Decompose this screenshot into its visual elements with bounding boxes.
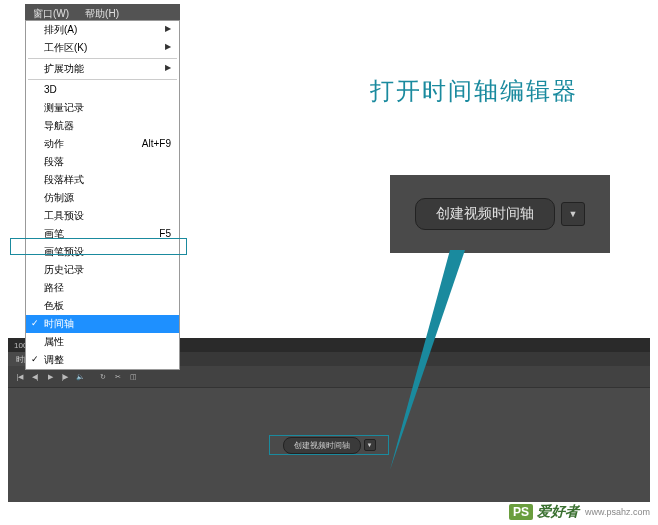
- menu-color[interactable]: 色板: [26, 297, 179, 315]
- menu-arrange[interactable]: 排列(A)▶: [26, 21, 179, 39]
- menu-3d[interactable]: 3D: [26, 81, 179, 99]
- prev-frame-icon[interactable]: ◀|: [29, 371, 41, 383]
- menu-actions[interactable]: 动作Alt+F9: [26, 135, 179, 153]
- menu-history[interactable]: 历史记录: [26, 261, 179, 279]
- watermark-url: www.psahz.com: [585, 507, 650, 517]
- menu-timeline[interactable]: ✓时间轴: [26, 315, 179, 333]
- watermark: PS 爱好者 www.psahz.com: [509, 503, 650, 521]
- menu-navigator[interactable]: 导航器: [26, 117, 179, 135]
- first-frame-icon[interactable]: |◀: [14, 371, 26, 383]
- check-icon: ✓: [31, 353, 39, 366]
- submenu-arrow-icon: ▶: [165, 62, 171, 76]
- menu-paths[interactable]: 路径: [26, 279, 179, 297]
- annotation-text: 打开时间轴编辑器: [370, 75, 578, 107]
- menu-properties[interactable]: 属性: [26, 333, 179, 351]
- check-icon: ✓: [31, 317, 39, 330]
- watermark-logo: PS: [509, 504, 533, 520]
- create-video-timeline-button[interactable]: 创建视频时间轴: [415, 198, 555, 230]
- menu-workspace[interactable]: 工作区(K)▶: [26, 39, 179, 57]
- play-icon[interactable]: ▶: [44, 371, 56, 383]
- menu-adjustments[interactable]: ✓调整: [26, 351, 179, 369]
- submenu-arrow-icon: ▶: [165, 23, 171, 37]
- shortcut-label: Alt+F9: [142, 137, 171, 151]
- timeline-body: 创建视频时间轴 ▼: [8, 388, 650, 502]
- scissors-icon[interactable]: ✂: [112, 371, 124, 383]
- watermark-text: 爱好者: [537, 503, 579, 521]
- menu-measurement[interactable]: 测量记录: [26, 99, 179, 117]
- menu-tool-presets[interactable]: 工具预设: [26, 207, 179, 225]
- highlight-create-button: [269, 435, 389, 455]
- highlight-timeline-menu: [10, 238, 187, 255]
- menu-paragraph[interactable]: 段落: [26, 153, 179, 171]
- menu-separator: [28, 79, 177, 80]
- window-dropdown: 排列(A)▶ 工作区(K)▶ 扩展功能▶ 3D 测量记录 导航器 动作Alt+F…: [25, 20, 180, 370]
- audio-icon[interactable]: 🔈: [74, 371, 86, 383]
- menu-paragraph-styles[interactable]: 段落样式: [26, 171, 179, 189]
- timeline-type-dropdown[interactable]: ▼: [561, 202, 585, 226]
- loop-icon[interactable]: ↻: [97, 371, 109, 383]
- transition-icon[interactable]: ◫: [127, 371, 139, 383]
- menu-clone-source[interactable]: 仿制源: [26, 189, 179, 207]
- zoom-panel: 创建视频时间轴 ▼: [390, 175, 610, 253]
- submenu-arrow-icon: ▶: [165, 41, 171, 55]
- next-frame-icon[interactable]: |▶: [59, 371, 71, 383]
- menu-extensions[interactable]: 扩展功能▶: [26, 60, 179, 78]
- menu-separator: [28, 58, 177, 59]
- chevron-down-icon: ▼: [569, 209, 578, 219]
